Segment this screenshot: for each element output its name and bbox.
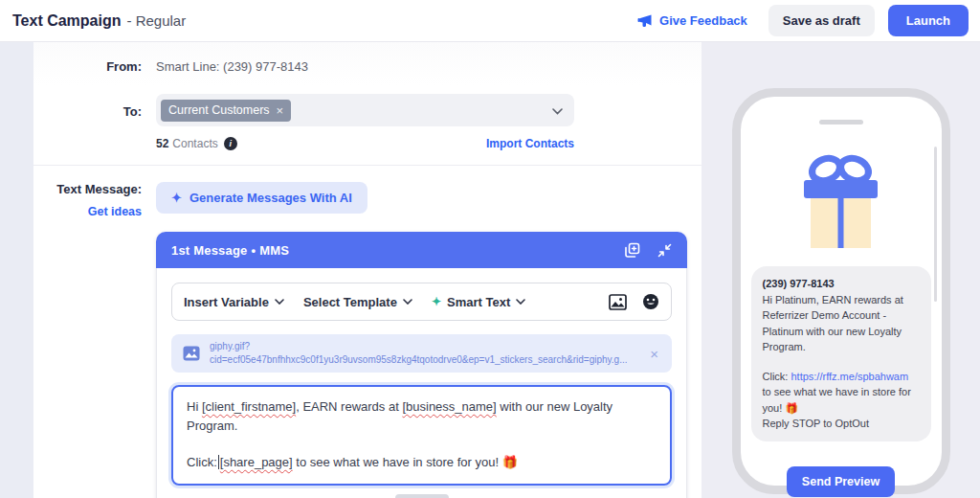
- text-message-row: Text Message: Get ideas ✦ Generate Messa…: [33, 182, 702, 498]
- text-cursor: [218, 455, 219, 469]
- sparkle-icon: ✦: [171, 191, 182, 205]
- send-preview-button[interactable]: Send Preview: [787, 466, 895, 497]
- launch-button[interactable]: Launch: [888, 5, 969, 36]
- message-line-1: Hi [client_firstname], EARN rewards at […: [187, 397, 657, 435]
- message-card-header: 1st Message•MMS: [156, 232, 687, 268]
- remove-tag-icon[interactable]: ×: [277, 103, 284, 118]
- to-row: To: Current Customers ×: [33, 94, 702, 126]
- campaign-form: From: Smart Line: (239) 977-8143 To: Cur…: [33, 42, 702, 498]
- sparkle-icon: ✦: [432, 295, 441, 308]
- recipients-input[interactable]: Current Customers ×: [156, 94, 574, 126]
- preview-link[interactable]: https://rffz.me/spbahwam: [791, 371, 908, 382]
- page-body: From: Smart Line: (239) 977-8143 To: Cur…: [0, 42, 980, 498]
- give-feedback-link[interactable]: Give Feedback: [637, 13, 747, 28]
- duplicate-message-icon[interactable]: [624, 242, 640, 259]
- insert-image-icon[interactable]: [609, 294, 627, 310]
- from-value: Smart Line: (239) 977-8143: [156, 59, 308, 74]
- text-message-label: Text Message:: [33, 182, 142, 196]
- page-title: Text Campaign: [12, 12, 122, 30]
- recipient-tag-label: Current Customers: [168, 103, 270, 117]
- top-bar: Text Campaign - Regular Give Feedback Sa…: [0, 0, 980, 42]
- phone-mockup: (239) 977-8143 Hi Platinum, EARN rewards…: [732, 88, 950, 494]
- message-card-title: 1st Message•MMS: [171, 243, 289, 258]
- gift-illustration: [788, 149, 895, 253]
- from-row: From: Smart Line: (239) 977-8143: [33, 57, 702, 75]
- remove-attachment-icon[interactable]: ×: [650, 346, 658, 362]
- contacts-row: 52 Contacts i Import Contacts: [33, 137, 702, 150]
- header-actions: Give Feedback Save as draft Launch: [637, 5, 969, 36]
- message-editor-card: 1st Message•MMS: [156, 232, 687, 498]
- preview-click-line: Click: https://rffz.me/spbahwam to see w…: [763, 369, 920, 417]
- chevron-down-icon: [275, 299, 284, 305]
- generate-ai-button[interactable]: ✦ Generate Messages With AI: [156, 182, 368, 214]
- megaphone-icon: [637, 14, 653, 28]
- page-subtitle: - Regular: [127, 12, 187, 29]
- attachment-chip: giphy.gif? cid=ecf05e47bnfhhxc9c0f1yu3r9…: [171, 334, 672, 373]
- attachment-image-icon: [183, 346, 200, 361]
- preview-message-text: Hi Platinum, EARN rewards at Referrizer …: [763, 292, 920, 355]
- contacts-count: 52: [156, 137, 168, 150]
- editor-toolbar: Insert Variable Select Template ✦ Smart …: [171, 283, 672, 321]
- section-divider: [33, 165, 702, 166]
- chevron-down-icon: [403, 299, 412, 305]
- attachment-filename: giphy.gif?: [210, 340, 627, 354]
- preview-sender: (239) 977-8143: [763, 276, 920, 292]
- info-icon[interactable]: i: [224, 137, 237, 150]
- phone-speaker: [819, 120, 863, 124]
- preview-message-bubble: (239) 977-8143 Hi Platinum, EARN rewards…: [751, 266, 931, 441]
- smart-text-dropdown[interactable]: ✦ Smart Text: [432, 295, 525, 309]
- message-line-2: Click:[share_page] to see what we have i…: [187, 453, 657, 472]
- collapse-icon[interactable]: [657, 243, 672, 258]
- contacts-label: Contacts: [172, 137, 217, 150]
- emoji-icon[interactable]: [642, 293, 659, 310]
- message-textarea[interactable]: Hi [client_firstname], EARN rewards at […: [171, 385, 672, 486]
- chevron-down-icon: [516, 299, 525, 305]
- message-card-body: Insert Variable Select Template ✦ Smart …: [156, 268, 687, 498]
- next-section-peek: [395, 494, 449, 498]
- preview-optout: Reply STOP to OptOut: [763, 416, 920, 432]
- page-title-area: Text Campaign - Regular: [12, 12, 186, 30]
- select-template-dropdown[interactable]: Select Template: [303, 295, 412, 309]
- save-as-draft-button[interactable]: Save as draft: [768, 5, 875, 36]
- phone-preview-panel: (239) 977-8143 Hi Platinum, EARN rewards…: [702, 42, 980, 498]
- import-contacts-link[interactable]: Import Contacts: [486, 137, 574, 150]
- get-ideas-link[interactable]: Get ideas: [88, 205, 142, 218]
- generate-ai-label: Generate Messages With AI: [189, 191, 352, 205]
- phone-scrollbar[interactable]: [934, 147, 937, 302]
- insert-variable-dropdown[interactable]: Insert Variable: [184, 295, 284, 309]
- attachment-url: cid=ecf05e47bnfhhxc9c0f1yu3r9uvsom95s8zk…: [210, 353, 627, 368]
- to-label: To:: [123, 104, 142, 119]
- give-feedback-label: Give Feedback: [659, 13, 747, 28]
- recipient-tag: Current Customers ×: [161, 100, 291, 122]
- chevron-down-icon[interactable]: [552, 102, 563, 119]
- from-label: From:: [106, 59, 142, 74]
